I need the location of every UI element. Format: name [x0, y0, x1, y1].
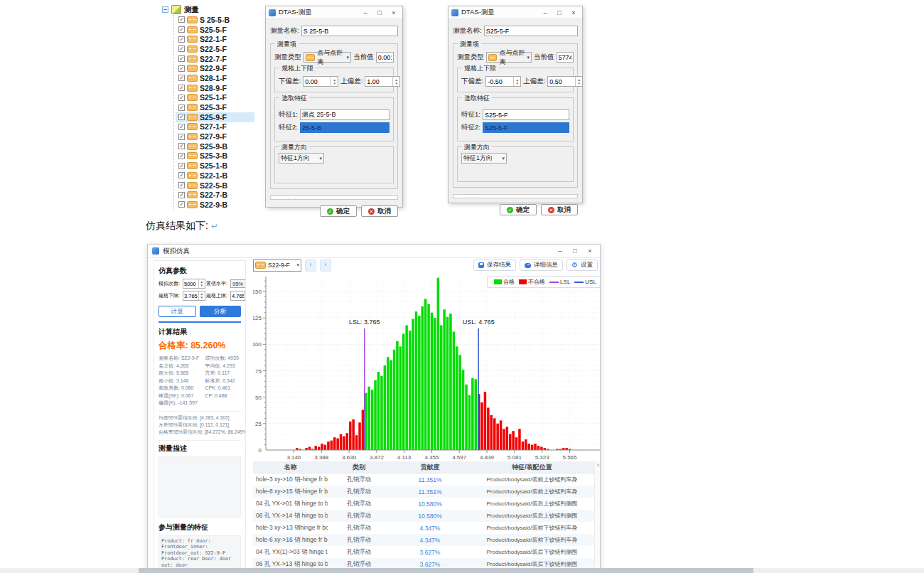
window-titlebar[interactable]: 模拟仿真 – □ ×: [148, 245, 600, 258]
tree-item[interactable]: ✓S28-1-F: [176, 73, 254, 83]
tree-item[interactable]: ✓S22-9-B: [176, 200, 254, 210]
checkbox-checked-icon[interactable]: ✓: [178, 192, 185, 198]
lower-deviation-spinner[interactable]: [485, 76, 521, 87]
checkbox-checked-icon[interactable]: ✓: [178, 36, 185, 43]
feature2-input[interactable]: [483, 122, 569, 133]
checkbox-checked-icon[interactable]: ✓: [178, 114, 185, 120]
measure-desc-box[interactable]: [159, 456, 241, 518]
maximize-icon[interactable]: □: [569, 247, 581, 255]
measurement-select[interactable]: S22-9-F ▾: [253, 259, 301, 272]
prev-measurement-button[interactable]: ‹: [305, 259, 316, 272]
confidence-select[interactable]: 95%▾: [230, 279, 246, 288]
checkbox-checked-icon[interactable]: ✓: [178, 55, 185, 62]
table-row[interactable]: hole-3 xy->13 销hinge fr bo...孔销浮动4.347%P…: [253, 522, 601, 534]
lower-deviation-spinner[interactable]: [303, 76, 338, 87]
close-icon[interactable]: ×: [388, 9, 399, 16]
tree-item[interactable]: ✓S22-7-F: [176, 54, 254, 64]
cancel-button[interactable]: ✕ 取消: [361, 205, 398, 217]
dialog-titlebar[interactable]: DTAS-测量 – □ ×: [448, 6, 582, 19]
measure-type-select[interactable]: 点与点距离 ▾: [303, 52, 351, 63]
table-header-cell[interactable]: 类别: [328, 463, 390, 472]
measure-type-select[interactable]: 点与点距离 ▾: [486, 52, 532, 63]
tree-root[interactable]: − 测量: [162, 4, 254, 15]
maximize-icon[interactable]: □: [554, 9, 565, 16]
checkbox-checked-icon[interactable]: ✓: [178, 26, 185, 33]
close-icon[interactable]: ×: [568, 9, 579, 16]
tree-item[interactable]: ✓S25-3-B: [176, 151, 254, 161]
minimize-icon[interactable]: –: [554, 247, 566, 255]
ok-button[interactable]: ✓ 确定: [320, 205, 357, 217]
tree-item[interactable]: ✓S28-9-F: [176, 83, 254, 93]
next-measurement-button[interactable]: ›: [320, 259, 331, 272]
current-value-input[interactable]: [376, 52, 394, 63]
save-results-button[interactable]: 保存结果: [473, 259, 516, 271]
calculate-button[interactable]: 计算: [159, 306, 196, 317]
feature2-input[interactable]: [300, 122, 390, 133]
minimize-icon[interactable]: –: [539, 9, 551, 16]
checkbox-checked-icon[interactable]: ✓: [178, 153, 185, 159]
settings-button[interactable]: ⚙ 设置: [566, 259, 598, 271]
tree-item[interactable]: ✓S27-9-F: [176, 132, 254, 141]
scroll-up-icon[interactable]: ˄: [596, 463, 599, 468]
current-value-input[interactable]: [557, 52, 574, 63]
checkbox-checked-icon[interactable]: ✓: [178, 75, 185, 81]
checkbox-checked-icon[interactable]: ✓: [178, 163, 185, 169]
tree-item[interactable]: ✓S22-7-B: [176, 190, 254, 200]
table-row[interactable]: 04 孔 YX(1)->03 销 hinge to ...孔销浮动3.627%P…: [253, 546, 601, 558]
tree-item[interactable]: ✓S25-1-F: [176, 93, 254, 103]
ok-button[interactable]: ✓ 确定: [500, 204, 537, 215]
table-header-cell[interactable]: 特征/装配位置: [470, 463, 594, 472]
table-header-cell[interactable]: 贡献度: [390, 463, 470, 472]
tree-item[interactable]: ✓S27-1-F: [176, 122, 254, 132]
dialog-titlebar[interactable]: DTAS-测量 – □ ×: [266, 6, 402, 19]
tree-item[interactable]: ✓S25-5-F: [176, 25, 254, 35]
checkbox-checked-icon[interactable]: ✓: [178, 105, 185, 111]
checkbox-checked-icon[interactable]: ✓: [178, 172, 185, 178]
spinner-arrows-icon[interactable]: [245, 291, 246, 300]
table-row[interactable]: 04 孔 YX->01 销 hinge to bo...孔销浮动10.580%P…: [253, 498, 601, 510]
runs-spinner[interactable]: [183, 279, 205, 289]
table-row[interactable]: hole-8 xy->15 销-hinge fr bo...孔销浮动11.351…: [253, 486, 601, 498]
feature1-input[interactable]: [483, 109, 569, 120]
table-row[interactable]: hole-6 xy->16 销 hinge fr bo...孔销浮动4.347%…: [253, 534, 601, 546]
lsl-spinner[interactable]: [183, 291, 205, 301]
checkbox-checked-icon[interactable]: ✓: [178, 65, 185, 72]
tree-item[interactable]: ✓S 25-5-B: [176, 15, 254, 25]
scrollbar-thumb[interactable]: [139, 568, 753, 573]
details-button[interactable]: 详细信息: [520, 259, 563, 271]
tree-item[interactable]: ✓S25-1-B: [176, 161, 254, 171]
tree-item[interactable]: ✓S25-9-B: [176, 141, 254, 151]
table-header-cell[interactable]: 名称: [253, 463, 328, 472]
checkbox-checked-icon[interactable]: ✓: [178, 182, 185, 188]
minimize-icon[interactable]: –: [360, 9, 371, 16]
table-scrollbar[interactable]: ˄ ˅: [594, 461, 601, 573]
table-row[interactable]: hole-3 xy->10 销-hinge fr bo...孔销浮动11.351…: [253, 473, 601, 486]
tree-item[interactable]: ✓S25-3-F: [176, 102, 254, 112]
spinner-arrows-icon[interactable]: [198, 291, 205, 300]
upper-deviation-spinner[interactable]: [547, 76, 583, 87]
horizontal-scrollbar[interactable]: [0, 568, 924, 573]
spinner-arrows-icon[interactable]: [331, 77, 338, 86]
tree-item[interactable]: ✓S22-5-B: [176, 181, 254, 191]
checkbox-checked-icon[interactable]: ✓: [178, 124, 185, 130]
tree-item[interactable]: ✓S25-9-F: [176, 112, 254, 122]
checkbox-checked-icon[interactable]: ✓: [178, 201, 185, 208]
upper-deviation-spinner[interactable]: [365, 76, 400, 87]
measure-name-input[interactable]: [301, 26, 398, 36]
collapse-icon[interactable]: −: [162, 6, 168, 13]
tree-item[interactable]: ✓S22-1-F: [176, 34, 254, 44]
checkbox-checked-icon[interactable]: ✓: [178, 95, 185, 101]
close-icon[interactable]: ×: [584, 247, 596, 255]
checkbox-checked-icon[interactable]: ✓: [178, 134, 185, 140]
cancel-button[interactable]: ✕ 取消: [541, 204, 578, 215]
tree-item[interactable]: ✓S22-9-F: [176, 63, 254, 73]
checkbox-checked-icon[interactable]: ✓: [178, 45, 185, 52]
direction-select[interactable]: 特征1方向 ▾: [279, 153, 324, 164]
checkbox-checked-icon[interactable]: ✓: [178, 16, 185, 23]
maximize-icon[interactable]: □: [374, 9, 385, 16]
feature1-input[interactable]: [300, 109, 390, 120]
measure-desc-textarea[interactable]: [453, 194, 578, 198]
tree-item[interactable]: ✓S22-1-B: [176, 171, 254, 181]
checkbox-checked-icon[interactable]: ✓: [178, 85, 185, 91]
checkbox-checked-icon[interactable]: ✓: [178, 143, 185, 149]
